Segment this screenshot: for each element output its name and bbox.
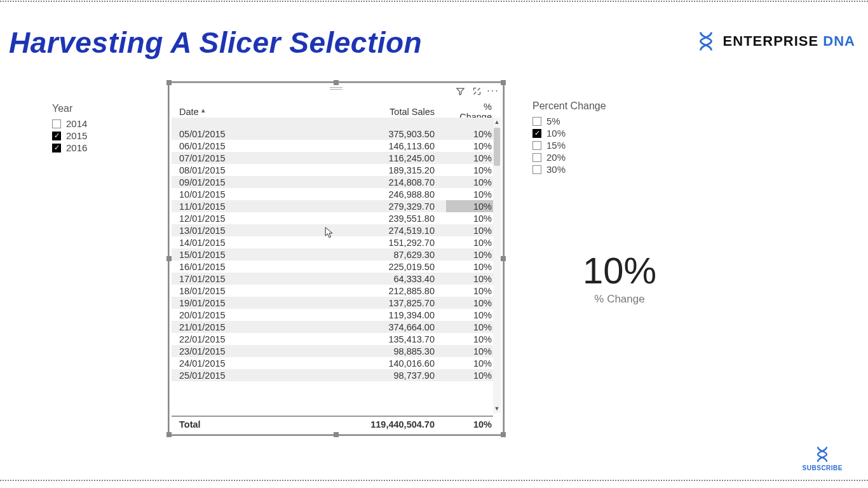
cell-date: 17/01/2015	[172, 273, 241, 285]
table-row[interactable]: 24/01/2015140,016.6010%	[172, 357, 497, 369]
total-pct: 10%	[446, 417, 497, 432]
checkbox-icon[interactable]	[52, 144, 61, 152]
cell-pct: 10%	[446, 333, 497, 345]
table-body: Date▲ Total Sales % Change ...05/01/2015…	[172, 99, 501, 432]
cell-sales: 119,394.00	[241, 309, 446, 321]
table-row[interactable]: 23/01/201598,885.3010%	[172, 345, 497, 357]
cell-date: 13/01/2015	[172, 224, 241, 236]
subscribe-label: SUBSCRIBE	[803, 464, 843, 471]
year-option-label: 2015	[66, 130, 87, 141]
scroll-up-icon[interactable]: ▲	[493, 118, 501, 126]
cell-date: 07/01/2015	[172, 152, 241, 164]
resize-handle[interactable]	[166, 256, 172, 261]
percent-option[interactable]: 5%	[532, 116, 634, 126]
percent-option-label: 5%	[546, 116, 560, 126]
scroll-thumb[interactable]	[494, 128, 500, 166]
vertical-scrollbar[interactable]: ▲ ▼	[493, 118, 501, 413]
cell-sales: 137,825.70	[241, 297, 446, 309]
percent-option[interactable]: 10%	[532, 128, 634, 139]
cell-sales: 212,885.80	[241, 285, 446, 297]
table-row[interactable]: 15/01/201587,629.3010%	[172, 248, 497, 261]
checkbox-icon[interactable]	[532, 129, 541, 138]
table-visual[interactable]: ··· Date▲ Total Sales % Change ...05/01/…	[168, 81, 505, 436]
cell-sales: 151,292.70	[241, 236, 446, 248]
resize-handle[interactable]	[501, 432, 506, 437]
card-value: 10%	[540, 249, 699, 292]
table-row[interactable]: ...	[172, 118, 497, 128]
table-row[interactable]: 19/01/2015137,825.7010%	[172, 297, 497, 309]
year-option[interactable]: 2016	[52, 142, 141, 153]
resize-handle[interactable]	[166, 432, 172, 437]
more-options-icon[interactable]: ···	[488, 86, 498, 96]
table-row[interactable]: 14/01/2015151,292.7010%	[172, 236, 497, 248]
cell-sales: 279,329.70	[241, 200, 446, 212]
total-sales: 119,440,504.70	[241, 417, 446, 432]
table-row[interactable]: 16/01/2015225,019.5010%	[172, 261, 497, 273]
table-row[interactable]: 20/01/2015119,394.0010%	[172, 309, 497, 321]
cell-sales: 214,808.70	[241, 176, 446, 188]
cell-pct: 10%	[446, 128, 497, 140]
table-row[interactable]: 13/01/2015274,519.1010%	[172, 224, 497, 236]
subscribe-badge[interactable]: SUBSCRIBE	[803, 445, 843, 471]
table-row[interactable]: 25/01/201598,737.9010%	[172, 369, 497, 381]
cell-pct: 10%	[446, 152, 497, 164]
table-row[interactable]: 12/01/2015239,551.8010%	[172, 212, 497, 224]
cell-date: 20/01/2015	[172, 309, 241, 321]
logo-word-2: DNA	[823, 33, 855, 49]
cell-sales: 225,019.50	[241, 261, 446, 273]
total-label: Total	[172, 417, 241, 432]
cell-sales: 239,551.80	[241, 212, 446, 224]
year-option-label: 2014	[66, 118, 87, 129]
percent-option-label: 10%	[546, 128, 566, 139]
cell-pct: 10%	[446, 357, 497, 369]
checkbox-icon[interactable]	[532, 165, 541, 174]
percent-option[interactable]: 20%	[532, 152, 634, 163]
cell-pct: 10%	[446, 261, 497, 273]
year-option[interactable]: 2015	[52, 130, 141, 141]
table-row[interactable]: 09/01/2015214,808.7010%	[172, 176, 497, 188]
cell-pct: 10%	[446, 236, 497, 248]
table-row[interactable]: 06/01/2015146,113.6010%	[172, 140, 497, 152]
table-row[interactable]: 07/01/2015116,245.0010%	[172, 152, 497, 164]
table-row[interactable]: 10/01/2015246,988.8010%	[172, 188, 497, 200]
cell-pct: 10%	[446, 285, 497, 297]
cell-pct: 10%	[446, 188, 497, 200]
cell-pct: 10%	[446, 212, 497, 224]
cell-date: 25/01/2015	[172, 369, 241, 381]
cell-sales: 189,315.20	[241, 164, 446, 176]
table-row[interactable]: 11/01/2015279,329.7010%	[172, 200, 497, 212]
resize-handle[interactable]	[501, 256, 506, 261]
cell-date: 22/01/2015	[172, 333, 241, 345]
checkbox-icon[interactable]	[532, 153, 541, 162]
checkbox-icon[interactable]	[52, 119, 61, 128]
percent-option-label: 30%	[546, 164, 566, 175]
cell-sales: 140,016.60	[241, 357, 446, 369]
page-border-top	[0, 1, 868, 2]
percent-option-label: 20%	[546, 152, 566, 163]
cell-sales: 246,988.80	[241, 188, 446, 200]
table-row[interactable]: 17/01/201564,333.4010%	[172, 273, 497, 285]
cell-sales: 146,113.60	[241, 140, 446, 152]
scroll-down-icon[interactable]: ▼	[493, 404, 501, 413]
table-row[interactable]: 18/01/2015212,885.8010%	[172, 285, 497, 297]
filter-icon[interactable]	[455, 86, 465, 96]
drag-handle-icon[interactable]	[330, 86, 342, 90]
table-row[interactable]: 08/01/2015189,315.2010%	[172, 164, 497, 176]
focus-mode-icon[interactable]	[471, 86, 482, 96]
cell-date: 16/01/2015	[172, 261, 241, 273]
checkbox-icon[interactable]	[532, 117, 541, 126]
percent-option[interactable]: 15%	[532, 140, 634, 151]
cell-date: 19/01/2015	[172, 297, 241, 309]
table-row[interactable]: 21/01/2015374,664.0010%	[172, 321, 497, 333]
brand-logo: ENTERPRISE DNA	[695, 30, 855, 52]
cell-pct: 10%	[446, 273, 497, 285]
checkbox-icon[interactable]	[532, 141, 541, 150]
dna-icon	[695, 30, 717, 52]
table-row[interactable]: 05/01/2015375,903.5010%	[172, 128, 497, 140]
checkbox-icon[interactable]	[52, 132, 61, 140]
table-row[interactable]: 22/01/2015135,413.7010%	[172, 333, 497, 345]
year-option[interactable]: 2014	[52, 118, 141, 129]
percent-option[interactable]: 30%	[532, 164, 634, 175]
resize-handle[interactable]	[334, 432, 339, 437]
cell-date: 06/01/2015	[172, 140, 241, 152]
